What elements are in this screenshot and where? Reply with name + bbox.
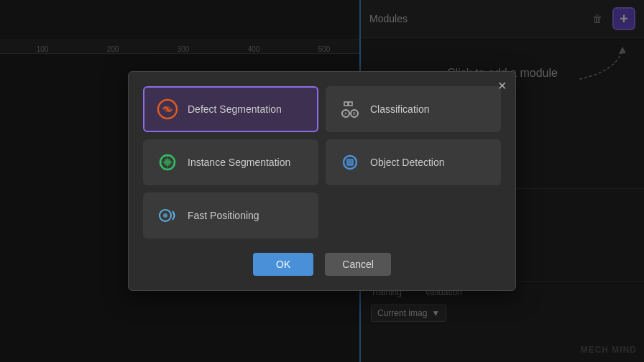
module-item-fast-positioning[interactable]: Fast Positioning — [143, 192, 318, 238]
svg-text:B: B — [353, 111, 356, 116]
svg-text:A: A — [344, 111, 347, 116]
module-label-fast-positioning: Fast Positioning — [188, 210, 259, 221]
modal-overlay: ✕ Defect Segmentation — [0, 0, 644, 362]
module-item-object-detection[interactable]: Object Detection — [326, 139, 501, 185]
instance-segmentation-icon — [156, 151, 179, 174]
module-label-classification: Classification — [370, 103, 429, 115]
module-item-defect-segmentation[interactable]: Defect Segmentation — [143, 86, 318, 132]
module-item-classification[interactable]: A B Classification — [326, 86, 501, 132]
classification-icon: A B — [339, 98, 362, 121]
module-label-instance-segmentation: Instance Segmentation — [188, 157, 290, 168]
module-item-instance-segmentation[interactable]: Instance Segmentation — [143, 139, 318, 185]
svg-point-2 — [165, 106, 170, 112]
module-grid: Defect Segmentation A B Classification — [143, 86, 501, 238]
svg-rect-6 — [344, 102, 348, 106]
cancel-button[interactable]: Cancel — [325, 253, 391, 276]
ok-button[interactable]: OK — [253, 253, 313, 276]
defect-segmentation-icon — [156, 98, 179, 121]
svg-point-15 — [163, 213, 167, 218]
module-selection-dialog: ✕ Defect Segmentation — [128, 71, 516, 291]
svg-point-10 — [164, 159, 171, 166]
object-detection-icon — [339, 151, 362, 174]
module-label-object-detection: Object Detection — [370, 157, 445, 168]
svg-point-12 — [347, 159, 353, 165]
dialog-buttons: OK Cancel — [143, 253, 501, 276]
fast-positioning-icon — [156, 204, 179, 227]
dialog-close-button[interactable]: ✕ — [497, 80, 507, 92]
svg-rect-5 — [349, 102, 352, 106]
module-label-defect-segmentation: Defect Segmentation — [188, 103, 282, 115]
